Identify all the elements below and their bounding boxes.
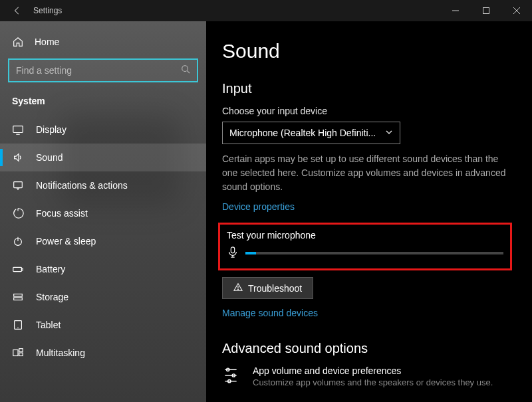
sidebar-item-display[interactable]: Display <box>0 116 206 144</box>
advanced-item-desc: Customize app volumes and the speakers o… <box>253 377 493 387</box>
svg-point-21 <box>238 289 239 290</box>
sidebar-item-label: Storage <box>36 292 68 302</box>
window-controls <box>440 0 532 21</box>
focus-icon <box>12 207 24 219</box>
svg-rect-9 <box>21 268 23 270</box>
microphone-icon <box>227 246 239 260</box>
category-heading: System <box>0 92 206 116</box>
tablet-icon <box>12 319 24 331</box>
minimize-button[interactable] <box>440 0 471 21</box>
page-title: Sound <box>222 40 512 62</box>
battery-icon <box>12 263 24 275</box>
chevron-down-icon <box>385 128 393 138</box>
back-button[interactable] <box>7 0 28 21</box>
home-icon <box>12 36 24 48</box>
sidebar-item-focus-assist[interactable]: Focus assist <box>0 199 206 227</box>
troubleshoot-label: Troubleshoot <box>248 283 302 294</box>
sliders-icon <box>222 365 242 387</box>
notifications-icon <box>12 179 24 191</box>
sidebar-item-sound[interactable]: Sound <box>0 144 206 171</box>
search-icon <box>181 64 190 76</box>
input-note: Certain apps may be set up to use differ… <box>222 152 512 194</box>
manage-sound-devices-link[interactable]: Manage sound devices <box>222 308 318 318</box>
sidebar-item-label: Multitasking <box>36 348 85 358</box>
sidebar-item-label: Display <box>36 124 66 135</box>
warning-icon <box>233 282 243 294</box>
sidebar-item-power-sleep[interactable]: Power & sleep <box>0 227 206 255</box>
power-icon <box>12 235 24 247</box>
close-button[interactable] <box>501 0 532 21</box>
main-content: Sound Input Choose your input device Mic… <box>206 21 532 402</box>
window-title: Settings <box>33 6 62 15</box>
sound-icon <box>12 151 24 163</box>
svg-rect-14 <box>13 350 18 356</box>
sidebar-item-label: Focus assist <box>36 208 88 219</box>
home-nav[interactable]: Home <box>0 31 206 53</box>
sidebar-item-label: Battery <box>36 264 65 274</box>
home-label: Home <box>35 37 59 47</box>
nav-list: Display Sound Notifications & actions Fo… <box>0 116 206 367</box>
test-microphone-highlight: Test your microphone <box>218 223 512 270</box>
sidebar-item-battery[interactable]: Battery <box>0 255 206 283</box>
display-icon <box>12 124 24 136</box>
sidebar-item-storage[interactable]: Storage <box>0 283 206 311</box>
choose-input-label: Choose your input device <box>222 106 512 116</box>
sidebar-item-label: Power & sleep <box>36 236 96 247</box>
sidebar-item-notifications[interactable]: Notifications & actions <box>0 171 206 199</box>
svg-point-2 <box>182 66 188 72</box>
svg-rect-8 <box>13 267 22 271</box>
titlebar: Settings <box>0 0 532 21</box>
device-properties-link[interactable]: Device properties <box>222 201 295 212</box>
svg-rect-16 <box>19 353 23 356</box>
sidebar-item-multitasking[interactable]: Multitasking <box>0 339 206 367</box>
troubleshoot-button[interactable]: Troubleshoot <box>222 277 313 299</box>
advanced-item-text: App volume and device preferences Custom… <box>253 365 493 387</box>
search-box[interactable] <box>8 58 198 82</box>
app-volume-preferences[interactable]: App volume and device preferences Custom… <box>222 365 512 387</box>
svg-rect-15 <box>19 349 23 352</box>
input-device-dropdown[interactable]: Microphone (Realtek High Definiti... <box>222 122 400 144</box>
test-mic-label: Test your microphone <box>227 230 503 241</box>
sidebar-item-label: Notifications & actions <box>36 180 128 191</box>
mic-level-fill <box>245 252 256 254</box>
svg-rect-10 <box>14 294 23 297</box>
dropdown-value: Microphone (Realtek High Definiti... <box>229 128 376 138</box>
search-input[interactable] <box>16 65 181 76</box>
advanced-item-title: App volume and device preferences <box>253 365 493 376</box>
input-heading: Input <box>222 81 512 96</box>
svg-rect-17 <box>231 247 234 253</box>
sidebar-item-tablet[interactable]: Tablet <box>0 311 206 339</box>
mic-level-bar <box>245 252 503 254</box>
svg-rect-3 <box>13 126 23 133</box>
storage-icon <box>12 291 24 303</box>
svg-rect-5 <box>14 182 23 188</box>
multitasking-icon <box>12 347 24 359</box>
sidebar-item-label: Tablet <box>36 320 61 330</box>
advanced-heading: Advanced sound options <box>222 341 512 356</box>
svg-rect-11 <box>14 298 23 300</box>
sidebar: Home System Display Sound Notifications … <box>0 21 206 402</box>
svg-rect-1 <box>483 8 489 14</box>
sidebar-item-label: Sound <box>36 152 63 163</box>
maximize-button[interactable] <box>471 0 501 21</box>
mic-level-row <box>227 246 503 260</box>
